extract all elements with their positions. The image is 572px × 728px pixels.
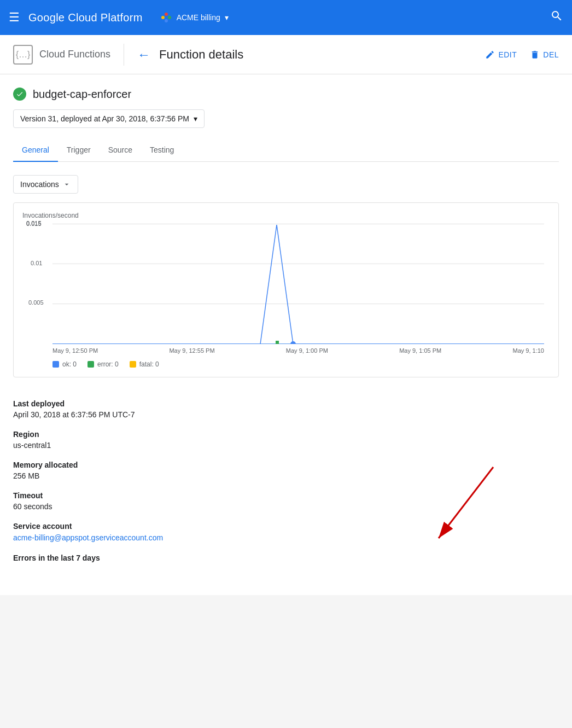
project-selector[interactable]: ACME billing ▾ xyxy=(160,11,229,24)
last-deployed-value: April 30, 2018 at 6:37:56 PM UTC-7 xyxy=(13,410,559,419)
back-button[interactable]: ← xyxy=(137,47,150,62)
service-icon: {…} xyxy=(13,45,33,65)
invocations-dropdown[interactable]: Invocations xyxy=(13,175,78,194)
memory-item: Memory allocated 256 MB xyxy=(13,461,559,480)
errors-item: Errors in the last 7 days xyxy=(13,554,559,562)
chart-svg xyxy=(52,224,544,344)
legend-error-icon xyxy=(87,361,94,368)
invocations-dropdown-icon xyxy=(62,180,71,189)
tab-testing[interactable]: Testing xyxy=(141,139,183,162)
delete-label: DEL xyxy=(543,50,559,59)
legend-fatal-label: fatal: 0 xyxy=(139,360,159,368)
x-label-110: May 9, 1:10 xyxy=(512,347,544,354)
service-account-link[interactable]: acme-billing@appspot.gserviceaccount.com xyxy=(13,533,163,542)
menu-icon[interactable]: ☰ xyxy=(9,10,20,25)
tab-source[interactable]: Source xyxy=(100,139,141,162)
svg-point-0 xyxy=(161,16,165,19)
legend-ok-label: ok: 0 xyxy=(62,360,77,368)
info-section: Last deployed April 30, 2018 at 6:37:56 … xyxy=(13,391,559,582)
edit-button[interactable]: EDIT xyxy=(485,50,517,60)
x-label-100: May 9, 1:00 PM xyxy=(286,347,328,354)
status-icon xyxy=(13,88,26,101)
legend-ok: ok: 0 xyxy=(52,360,77,368)
x-label-1255: May 9, 12:55 PM xyxy=(169,347,214,354)
last-deployed-item: Last deployed April 30, 2018 at 6:37:56 … xyxy=(13,399,559,419)
chart-green-mark xyxy=(276,341,279,344)
timeout-item: Timeout 60 seconds xyxy=(13,491,559,511)
legend-fatal: fatal: 0 xyxy=(130,360,159,368)
service-account-label: Service account xyxy=(13,522,559,531)
page-title-area: ← Function details xyxy=(137,47,243,62)
project-name: ACME billing xyxy=(177,13,220,22)
y-label-005: 0.005 xyxy=(28,299,44,306)
timeout-label: Timeout xyxy=(13,491,559,500)
invocations-label: Invocations xyxy=(20,180,59,189)
legend-ok-icon xyxy=(52,361,59,368)
search-icon[interactable] xyxy=(550,9,563,26)
region-item: Region us-central1 xyxy=(13,430,559,450)
service-name-label: Cloud Functions xyxy=(39,49,110,60)
memory-value: 256 MB xyxy=(13,471,559,480)
edit-label: EDIT xyxy=(498,50,517,59)
service-account-item: Service account acme-billing@appspot.gse… xyxy=(13,522,559,543)
region-label: Region xyxy=(13,430,559,439)
page-title: Function details xyxy=(159,48,243,62)
legend-error-label: error: 0 xyxy=(97,360,119,368)
sub-header: {…} Cloud Functions ← Function details E… xyxy=(0,35,572,74)
version-dropdown-icon: ▾ xyxy=(194,114,197,123)
service-name-area: {…} Cloud Functions xyxy=(13,45,110,65)
tab-trigger[interactable]: Trigger xyxy=(58,139,100,162)
function-header: budget-cap-enforcer xyxy=(13,88,559,101)
svg-point-1 xyxy=(168,16,171,19)
errors-label: Errors in the last 7 days xyxy=(13,554,559,562)
chart-legend: ok: 0 error: 0 fatal: 0 xyxy=(52,360,550,368)
delete-button[interactable]: DEL xyxy=(530,50,559,60)
version-dropdown[interactable]: Version 31, deployed at Apr 30, 2018, 6:… xyxy=(13,109,205,128)
project-dots-icon xyxy=(160,11,172,24)
chart-spike-dot xyxy=(290,341,296,344)
chart-container: Invocations/second 0.015 xyxy=(13,202,559,377)
x-label-1250: May 9, 12:50 PM xyxy=(52,347,98,354)
svg-point-3 xyxy=(165,19,168,22)
legend-error: error: 0 xyxy=(87,360,119,368)
version-label: Version 31, deployed at Apr 30, 2018, 6:… xyxy=(20,114,189,123)
region-value: us-central1 xyxy=(13,441,559,450)
function-name: budget-cap-enforcer xyxy=(33,88,131,101)
svg-point-2 xyxy=(165,13,168,16)
x-label-105: May 9, 1:05 PM xyxy=(399,347,441,354)
memory-label: Memory allocated xyxy=(13,461,559,469)
top-nav: ☰ Google Cloud Platform ACME billing ▾ xyxy=(0,0,572,35)
chart-y-label: Invocations/second xyxy=(22,212,550,219)
last-deployed-label: Last deployed xyxy=(13,399,559,408)
chart-x-labels: May 9, 12:50 PM May 9, 12:55 PM May 9, 1… xyxy=(52,347,544,354)
timeout-value: 60 seconds xyxy=(13,502,559,511)
y-label-015: 0.015 xyxy=(26,220,42,227)
project-dropdown-icon[interactable]: ▾ xyxy=(225,13,229,22)
tab-general[interactable]: General xyxy=(13,139,58,162)
legend-fatal-icon xyxy=(130,361,136,368)
main-content: budget-cap-enforcer Version 31, deployed… xyxy=(0,74,572,595)
tabs: General Trigger Source Testing xyxy=(13,139,559,162)
header-actions: EDIT DEL xyxy=(485,50,559,60)
app-title: Google Cloud Platform xyxy=(28,11,143,24)
y-label-01: 0.01 xyxy=(31,260,42,266)
header-divider xyxy=(124,44,124,66)
